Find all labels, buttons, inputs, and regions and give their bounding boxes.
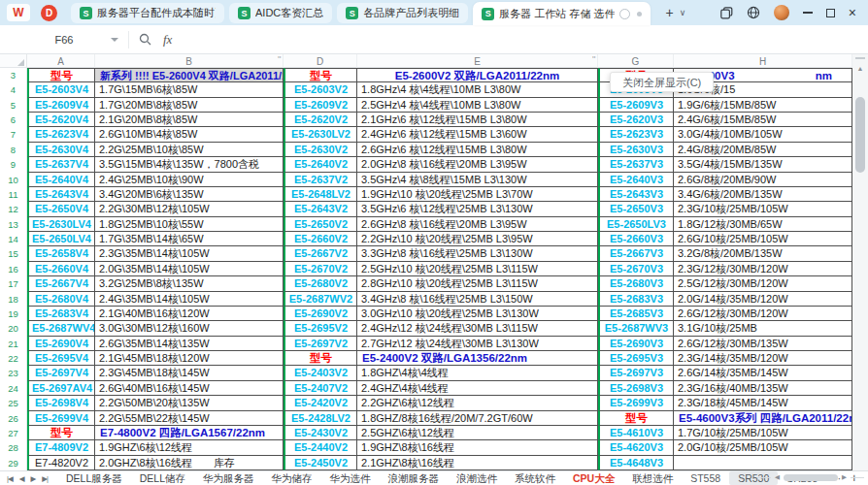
cell[interactable]: 2.3G/14核/35MB/120W (674, 351, 852, 366)
cell[interactable]: 2.6G\35MB\14核\135W (95, 337, 284, 351)
row-number[interactable]: 22 (0, 351, 27, 366)
cell[interactable]: E5-2630V2 (284, 143, 357, 157)
cell[interactable]: E7-4820V2 (27, 456, 95, 470)
cell[interactable]: E5-2683V3 (598, 292, 674, 307)
row-number[interactable]: 27 (0, 426, 27, 440)
cell[interactable]: 2.2GHz\10 核\20线程\25MB L3\95W (357, 232, 598, 246)
cell[interactable]: 2.2G\55MB\22核\145W (95, 411, 284, 426)
cell[interactable]: 1.8GHZ/8核16线程/20M/7.2GT/60W (357, 411, 598, 426)
cell[interactable]: 1.9GHZ\8核\16线程 (357, 440, 598, 455)
cell[interactable]: E5-2685V3 (598, 307, 674, 321)
cell[interactable]: 型号 (284, 351, 357, 366)
cell[interactable]: 3.5G/4核/15MB/135W (674, 157, 852, 172)
row-number[interactable]: 26 (0, 411, 27, 426)
cell[interactable]: E5-2603V2 (284, 82, 357, 97)
maximize-button[interactable] (826, 9, 835, 17)
row-number[interactable]: 23 (0, 366, 27, 380)
row-number[interactable]: 25 (0, 396, 27, 410)
cell[interactable]: E5-2667V3 (598, 246, 674, 261)
cell[interactable]: 2.2G\25MB\10核\85W (95, 143, 284, 157)
column-header-E[interactable]: E (357, 54, 598, 68)
prev-sheet-button[interactable]: ◀ (19, 474, 24, 483)
cell[interactable]: E5-2620V4 (27, 113, 95, 127)
cell[interactable]: E5-2600V2 双路/LGA2011/22nm (357, 68, 598, 82)
sheet-tab-active[interactable]: CPU大全 (564, 471, 623, 485)
new-tab-button[interactable]: + (665, 0, 673, 25)
row-number[interactable]: 29 (0, 456, 27, 470)
cell[interactable]: 2.6GHz\8 核\16线程\20MB L3\95W (357, 217, 598, 232)
cell[interactable]: E5-2680V2 (284, 276, 357, 291)
cell[interactable]: 1.8GHz\4 核\4线程\10MB L3\80W (357, 82, 598, 97)
cell[interactable]: 2.1G\45MB\18核\120W (95, 351, 284, 366)
cell[interactable]: 2.6G\40MB\16核\145W (95, 381, 284, 396)
sheet-tab[interactable]: 浪潮选件 (448, 471, 506, 485)
cell[interactable]: 型号 (27, 68, 95, 82)
cell[interactable]: 1.9G/6核/15MB/85W (674, 98, 852, 113)
cell[interactable]: E5-2420V2 (284, 396, 357, 410)
wps-logo-icon[interactable]: W (7, 4, 30, 21)
cell[interactable]: 2.5GHz\4 核\4线程\10MB L3\80W (357, 98, 598, 113)
cell[interactable]: E5-2695V3 (598, 351, 674, 366)
cell[interactable]: 2.5GHz\10 核\20线程\25MB L3\115W (357, 262, 598, 276)
cell[interactable]: 2.4G/8核/20MB/85W (674, 143, 852, 157)
cell[interactable]: E5-4610V3 (598, 426, 674, 440)
cell[interactable]: E5-2650LV4 (27, 232, 95, 246)
horizontal-scrollbar[interactable]: ◀ ▶ (757, 473, 864, 481)
cell[interactable]: 2.6G/12核/30MB/135W (674, 337, 852, 351)
cell[interactable]: 1.8G\25MB\10核\55W (95, 217, 284, 232)
cell[interactable]: E5-2403V2 (284, 366, 357, 380)
cell[interactable]: E5-2658V4 (27, 246, 95, 261)
cell[interactable]: E5-2650LV3 (598, 217, 674, 232)
cell[interactable]: E5-2623V4 (27, 127, 95, 142)
cell[interactable]: E5-2650V3 (598, 202, 674, 216)
cell[interactable]: E5-2687WV4 (27, 321, 95, 336)
horizontal-scroll-thumb[interactable] (784, 474, 838, 481)
cell[interactable]: E5-2643V3 (598, 187, 674, 202)
cell[interactable]: E5-2687WV3 (598, 321, 674, 336)
cell[interactable]: E7-4809V2 (27, 440, 95, 455)
cell[interactable]: 1.7G\20MB\8核\85W (95, 98, 284, 113)
row-number[interactable]: 7 (0, 127, 27, 142)
split-handle[interactable] (855, 57, 865, 59)
sheet-tab[interactable]: DELL服务器 (57, 471, 131, 485)
cell[interactable]: 2.3G\45MB\18核\145W (95, 366, 284, 380)
cell[interactable]: E5-2695V4 (27, 351, 95, 366)
cell[interactable]: E5-2650V4 (27, 202, 95, 216)
cell[interactable]: 2.1GHZ\8核\16线程 (357, 456, 598, 470)
column-header-D[interactable]: D (284, 54, 357, 68)
cell[interactable]: 1.9GHz\10 核\20线程\25MB L3\70W (357, 187, 598, 202)
cell[interactable]: 2.4GHz\6 核\12线程\15MB L3\60W (357, 127, 598, 142)
cell[interactable]: E5-2698V4 (27, 396, 95, 410)
user-avatar[interactable] (774, 5, 789, 20)
cell[interactable]: 1.9GHZ\6核\12线程 (95, 440, 284, 455)
cell[interactable]: 2.0GHz\8 核\16线程\20MB L3\95W (357, 157, 598, 172)
cell[interactable]: 3.1G/10核/25MB (674, 321, 852, 336)
column-header-B[interactable]: B (95, 54, 284, 68)
name-box[interactable]: F66 (0, 25, 128, 54)
cell[interactable]: 2.0G/10核/25MB/105W (674, 440, 852, 455)
cell[interactable]: E5-2643V2 (284, 202, 357, 216)
cell[interactable]: 3.2G\25MB\8核\135W (95, 276, 284, 291)
cell[interactable]: E5-2609V3 (598, 98, 674, 113)
cell[interactable]: E5-2609V4 (27, 98, 95, 113)
cell[interactable]: 2.4G\35MB\14核\105W (95, 292, 284, 307)
cell[interactable]: 2.6G/14核/35MB/145W (674, 366, 852, 380)
cell[interactable]: E5-2407V2 (284, 381, 357, 396)
cell[interactable]: E5-2680V4 (27, 292, 95, 307)
cell[interactable]: E5-2640V3 (598, 173, 674, 187)
sheet-tab[interactable]: 华为服务器 (194, 471, 263, 485)
sheet-tab[interactable]: 华为储存 (263, 471, 321, 485)
doc-tab-active[interactable]: S服务器 工作站 存储 选件 (473, 2, 651, 25)
sheet-tab[interactable]: DELL储存 (131, 471, 194, 485)
cell[interactable]: E5-2450V2 (284, 456, 357, 470)
row-number[interactable]: 13 (0, 217, 27, 232)
row-number[interactable]: 19 (0, 307, 27, 321)
cell[interactable]: 新系列 !!!! E5-2600V4 双路/LGA2011/14nm (95, 68, 284, 82)
cell[interactable]: E5-2670V3 (598, 262, 674, 276)
cell[interactable]: 1.7G\35MB\14核\65W (95, 232, 284, 246)
cell[interactable]: E5-2609V2 (284, 98, 357, 113)
cell[interactable]: E5-2683V4 (27, 307, 95, 321)
integrate-mode-icon[interactable] (720, 7, 733, 19)
cell[interactable]: E5-2697V2 (284, 337, 357, 351)
row-number[interactable]: 16 (0, 262, 27, 276)
